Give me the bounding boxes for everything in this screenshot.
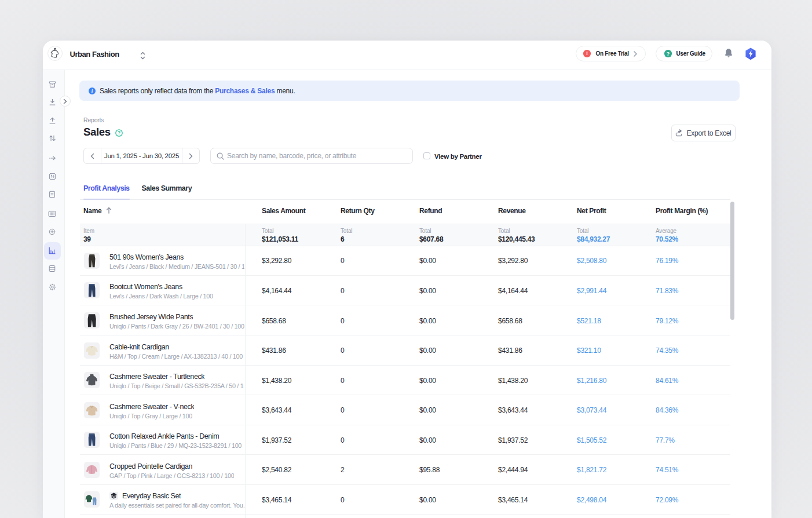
svg-text:?: ? — [118, 130, 120, 136]
